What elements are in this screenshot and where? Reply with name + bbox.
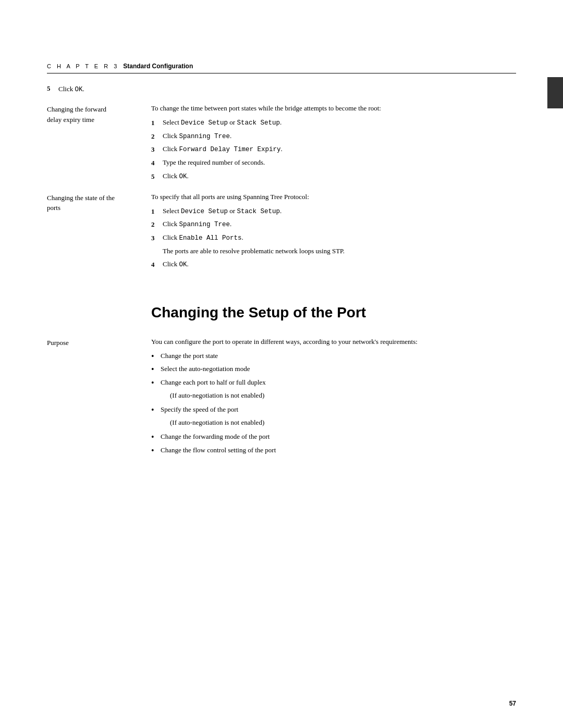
main-section-heading: Changing the Setup of the Port: [151, 304, 516, 322]
section-heading-row: Changing the Setup of the Port: [47, 288, 516, 332]
port-state-step-4: 4 Click OK.: [151, 259, 516, 270]
purpose-content: You can configure the port to operate in…: [151, 337, 516, 460]
section-port-state: Changing the state of the ports To speci…: [47, 192, 516, 273]
step-text: Click Enable All Ports.: [163, 232, 516, 243]
purpose-bullet-list: • Change the port state • Select the aut…: [151, 351, 516, 456]
chapter-header: C H A P T E R 3 Standard Configuration: [0, 0, 563, 73]
list-item: • Change each port to half or full duple…: [151, 377, 516, 389]
bullet-icon: •: [151, 377, 161, 389]
list-item: • Specify the speed of the port: [151, 404, 516, 416]
step-num: 4: [151, 157, 163, 169]
forward-delay-step-1: 1 Select Device Setup or Stack Setup.: [151, 117, 516, 129]
step-text: Click Spanning Tree.: [163, 219, 516, 230]
chapter-title: Standard Configuration: [123, 63, 193, 70]
chapter-header-line: C H A P T E R 3 Standard Configuration: [47, 63, 516, 73]
bullet-icon: •: [151, 431, 161, 443]
bullet-text: Change the port state: [161, 351, 218, 362]
intro-step-5: 5 Click OK.: [47, 84, 516, 95]
intro-step-prefix: Click: [58, 85, 75, 93]
list-item: • Change the port state: [151, 351, 516, 362]
port-state-step-2: 2 Click Spanning Tree.: [151, 219, 516, 230]
step-text: Click Forward Delay Timer Expiry.: [163, 144, 516, 155]
forward-delay-content: To change the time between port states w…: [151, 103, 516, 184]
step-num: 1: [151, 206, 163, 217]
step-num: 1: [151, 117, 163, 129]
step-text: Click Spanning Tree.: [163, 131, 516, 142]
list-item: • (If auto-negotiation is not enabled): [151, 417, 516, 430]
bookmark-tab: [547, 77, 563, 108]
heading-right: Changing the Setup of the Port: [151, 288, 516, 332]
port-state-intro: To specify that all ports are using Span…: [151, 192, 516, 203]
intro-step-num: 5: [47, 84, 58, 95]
step-num: 3: [151, 232, 163, 244]
step-num: 4: [151, 259, 163, 270]
forward-delay-step-4: 4 Type the required number of seconds.: [151, 157, 516, 169]
bullet-text: Change each port to half or full duplex: [161, 377, 266, 388]
forward-delay-intro: To change the time between port states w…: [151, 103, 516, 114]
bullet-sub-text: (If auto-negotiation is not enabled): [170, 417, 264, 428]
page: C H A P T E R 3 Standard Configuration 5…: [0, 0, 563, 728]
intro-step-text: Click OK.: [58, 84, 516, 95]
forward-delay-step-2: 2 Click Spanning Tree.: [151, 131, 516, 142]
step-text: Select Device Setup or Stack Setup.: [163, 117, 516, 128]
bullet-text: Select the auto-negotiation mode: [161, 364, 250, 375]
forward-delay-label-line2: delay expiry time: [47, 116, 94, 124]
forward-delay-label-line1: Changing the forward: [47, 105, 106, 113]
step-num: 2: [151, 219, 163, 230]
purpose-section: Purpose You can configure the port to op…: [47, 337, 516, 460]
list-item: • Change the forwarding mode of the port: [151, 431, 516, 443]
port-state-content: To specify that all ports are using Span…: [151, 192, 516, 273]
step-num: 2: [151, 131, 163, 142]
heading-left-spacer: [47, 288, 151, 332]
bullet-text: Change the forwarding mode of the port: [161, 431, 270, 442]
purpose-label: Purpose: [47, 337, 151, 460]
bullet-icon: •: [151, 351, 161, 362]
intro-step-suffix: .: [82, 85, 84, 93]
bullet-icon: •: [151, 404, 161, 416]
purpose-intro: You can configure the port to operate in…: [151, 337, 516, 348]
list-item: • (If auto-negotiation is not enabled): [151, 390, 516, 403]
port-state-step-1: 1 Select Device Setup or Stack Setup.: [151, 206, 516, 217]
section-forward-delay: Changing the forward delay expiry time T…: [47, 103, 516, 184]
step-num: 5: [151, 171, 163, 182]
port-state-label: Changing the state of the ports: [47, 192, 151, 273]
step-text: Click OK.: [163, 259, 516, 270]
step-num: 3: [151, 144, 163, 155]
page-number: 57: [509, 700, 516, 707]
bullet-icon: •: [151, 364, 161, 375]
step-text: Type the required number of seconds.: [163, 157, 516, 168]
list-item: • Select the auto-negotiation mode: [151, 364, 516, 375]
port-state-step-3-sub: The ports are able to resolve problemati…: [163, 246, 516, 257]
step-text: Click OK.: [163, 171, 516, 182]
port-state-label-line2: ports: [47, 204, 60, 212]
bullet-icon: •: [151, 445, 161, 456]
intro-step-code: OK: [75, 86, 82, 93]
list-item: • Change the flow control setting of the…: [151, 445, 516, 456]
bullet-text: Change the flow control setting of the p…: [161, 445, 276, 456]
port-state-step-3: 3 Click Enable All Ports.: [151, 232, 516, 244]
bullet-sub-text: (If auto-negotiation is not enabled): [170, 390, 264, 401]
chapter-label: C H A P T E R 3: [47, 63, 119, 69]
port-state-label-line1: Changing the state of the: [47, 194, 115, 202]
forward-delay-step-3: 3 Click Forward Delay Timer Expiry.: [151, 144, 516, 155]
bullet-text: Specify the speed of the port: [161, 404, 238, 415]
forward-delay-label: Changing the forward delay expiry time: [47, 103, 151, 184]
forward-delay-step-5: 5 Click OK.: [151, 171, 516, 182]
step-text: Select Device Setup or Stack Setup.: [163, 206, 516, 217]
content-area: 5 Click OK. Changing the forward delay e…: [0, 84, 563, 460]
